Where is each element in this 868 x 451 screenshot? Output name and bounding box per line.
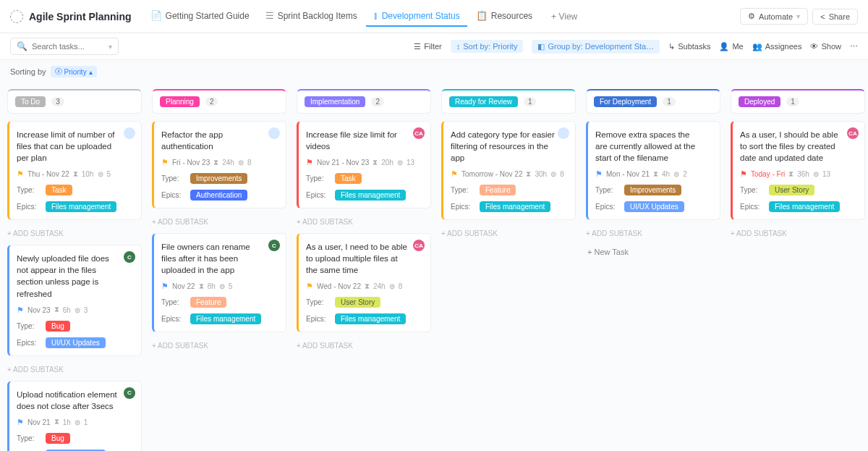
me-label: Me <box>732 42 743 51</box>
column-header[interactable]: Deployed1 <box>731 89 865 114</box>
filter-button[interactable]: ☰Filter <box>414 42 441 51</box>
avatar[interactable]: CA <box>413 127 425 139</box>
flag-icon[interactable]: ⚑ <box>595 169 603 179</box>
card-date: Mon - Nov 21 <box>606 170 650 178</box>
nav-tab[interactable]: ⫿Development Status <box>366 6 467 27</box>
close-icon[interactable]: ⓧ <box>55 67 62 77</box>
flag-icon[interactable]: ⚑ <box>306 282 313 291</box>
epic-tag[interactable]: Files management <box>335 190 406 201</box>
task-card[interactable]: Increase limit of number of files that c… <box>7 121 142 220</box>
epic-tag[interactable]: Files management <box>190 313 261 324</box>
flag-icon[interactable]: ⚑ <box>451 169 458 179</box>
avatar[interactable] <box>558 127 569 139</box>
type-tag[interactable]: Improvements <box>190 173 247 184</box>
subtasks-button[interactable]: ↳Subtasks <box>668 42 710 51</box>
epic-tag[interactable]: Authentication <box>190 190 247 201</box>
tab-label: Development Status <box>382 11 460 21</box>
avatar[interactable]: C <box>124 387 135 399</box>
card-title: Upload notification element does not clo… <box>17 389 134 412</box>
task-card[interactable]: CUpload notification element does not cl… <box>7 381 142 451</box>
add-subtask-button[interactable]: + ADD SUBTASK <box>7 227 142 237</box>
task-card[interactable]: CAAs a user, I need to be able to upload… <box>297 233 431 332</box>
task-card[interactable]: Add category type for easier filtering o… <box>441 121 576 220</box>
card-title: Add category type for easier filtering o… <box>451 129 568 164</box>
new-task-button[interactable]: + New Task <box>586 245 720 259</box>
card-date: Nov 21 <box>27 418 51 426</box>
search-input-wrap[interactable]: 🔍 ▾ <box>10 38 119 55</box>
add-subtask-button[interactable]: + ADD SUBTASK <box>297 340 431 350</box>
group-button[interactable]: ◧Group by: Development Sta… <box>532 40 660 54</box>
card-estimate: 24h <box>222 159 234 167</box>
task-card[interactable]: Refactor the app authentication⚑Fri - No… <box>152 121 286 208</box>
more-button[interactable]: ⋯ <box>850 42 858 51</box>
flag-icon[interactable]: ⚑ <box>161 158 169 167</box>
flag-icon[interactable]: ⚑ <box>740 169 747 179</box>
column-name-pill: For Deployment <box>594 96 657 107</box>
me-button[interactable]: 👤Me <box>719 42 743 51</box>
epic-tag[interactable]: Files management <box>480 201 550 212</box>
type-tag[interactable]: User Story <box>769 185 814 195</box>
avatar[interactable]: CA <box>847 127 859 139</box>
add-subtask-button[interactable]: + ADD SUBTASK <box>152 340 286 350</box>
epic-tag[interactable]: UI/UX Updates <box>624 201 684 212</box>
type-tag[interactable]: Bug <box>46 321 70 332</box>
column-header[interactable]: Implementation2 <box>297 89 431 114</box>
add-view-button[interactable]: + View <box>544 7 584 26</box>
nav-tab[interactable]: ☰Sprint Backlog Items <box>258 6 365 27</box>
type-label: Type: <box>161 298 183 306</box>
sort-button[interactable]: ↕Sort by: Priority <box>451 40 524 53</box>
app-title-text: Agile Sprint Planning <box>29 11 132 22</box>
task-card[interactable]: CNewly uploaded file does not appear in … <box>7 245 142 355</box>
task-card[interactable]: CAAs a user, I should be able to sort th… <box>731 121 865 220</box>
hourglass-icon: ⧗ <box>653 170 658 179</box>
flag-icon[interactable]: ⚑ <box>17 305 24 315</box>
add-subtask-button[interactable]: + ADD SUBTASK <box>441 227 576 237</box>
column-header[interactable]: Planning2 <box>152 89 286 114</box>
nav-tab[interactable]: 📄Getting Started Guide <box>143 6 257 27</box>
task-card[interactable]: Remove extra spaces the are currently al… <box>586 121 720 220</box>
nav-tab[interactable]: 📋Resources <box>469 6 540 27</box>
type-tag[interactable]: User Story <box>335 297 380 308</box>
type-tag[interactable]: Feature <box>480 185 516 195</box>
add-subtask-button[interactable]: + ADD SUBTASK <box>152 216 286 226</box>
epic-tag[interactable]: Files management <box>769 201 840 212</box>
avatar[interactable] <box>268 127 280 139</box>
epic-tag[interactable]: Files management <box>46 201 116 212</box>
column-name-pill: Ready for Review <box>449 96 518 107</box>
task-card[interactable]: CFile owners can rename files after it h… <box>152 233 286 332</box>
card-estimate: 1h <box>63 418 71 426</box>
add-subtask-button[interactable]: + ADD SUBTASK <box>731 227 865 237</box>
type-tag[interactable]: Task <box>46 185 72 195</box>
column-header[interactable]: Ready for Review1 <box>441 89 576 114</box>
card-title: Refactor the app authentication <box>161 129 278 152</box>
automate-button[interactable]: ⚙ Automate ▾ <box>740 8 808 25</box>
epic-tag[interactable]: Files management <box>335 313 406 324</box>
type-tag[interactable]: Improvements <box>624 185 681 195</box>
assignees-button[interactable]: 👥Assignees <box>752 42 802 51</box>
card-subtask-count: 5 <box>107 170 111 178</box>
assignees-label: Assignees <box>765 42 802 51</box>
type-tag[interactable]: Task <box>335 173 362 184</box>
flag-icon[interactable]: ⚑ <box>17 169 24 179</box>
search-input[interactable] <box>32 42 104 51</box>
epic-tag[interactable]: UI/UX Updates <box>46 337 106 348</box>
sortbar-pill[interactable]: ⓧPriority▴ <box>51 66 97 77</box>
show-button[interactable]: 👁Show <box>810 42 841 51</box>
add-subtask-button[interactable]: + ADD SUBTASK <box>586 227 720 237</box>
column-count: 1 <box>524 97 537 106</box>
column-header[interactable]: To Do3 <box>7 89 142 114</box>
hourglass-icon: ⧗ <box>365 282 370 291</box>
avatar[interactable] <box>124 127 135 139</box>
flag-icon[interactable]: ⚑ <box>161 282 169 291</box>
flag-icon[interactable]: ⚑ <box>306 158 313 167</box>
type-tag[interactable]: Bug <box>46 433 70 444</box>
add-subtask-button[interactable]: + ADD SUBTASK <box>297 216 431 226</box>
column-header[interactable]: For Deployment1 <box>586 89 720 114</box>
card-subtask-count: 3 <box>84 306 88 314</box>
share-button[interactable]: < Share <box>812 9 858 25</box>
type-tag[interactable]: Feature <box>190 297 226 308</box>
add-subtask-button[interactable]: + ADD SUBTASK <box>7 363 142 374</box>
task-card[interactable]: CAIncrease file size limit for videos⚑No… <box>297 121 431 208</box>
flag-icon[interactable]: ⚑ <box>17 418 24 427</box>
chevron-down-icon[interactable]: ▾ <box>109 43 112 51</box>
